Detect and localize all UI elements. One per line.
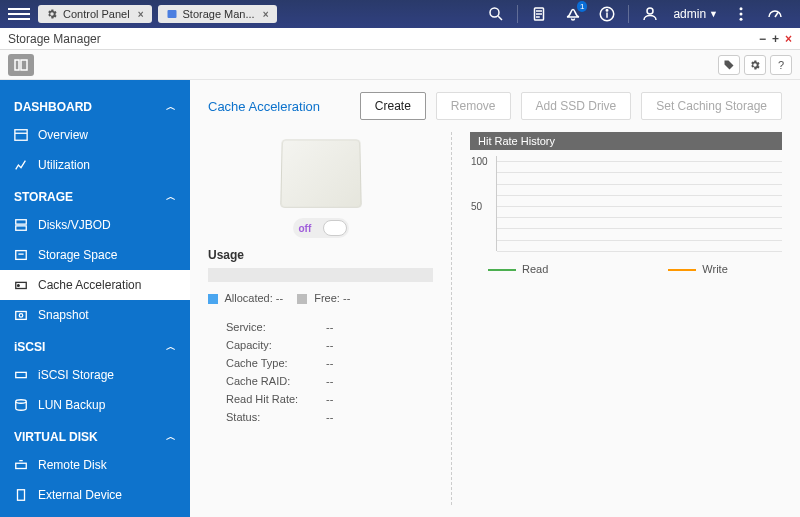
help-button[interactable]: ? — [770, 55, 792, 75]
usage-label: Usage — [208, 248, 433, 262]
window-minimize-button[interactable]: − — [759, 32, 766, 46]
sidebar-item-external-device[interactable]: External Device — [0, 480, 190, 510]
gridline — [497, 228, 782, 229]
tab-label: Control Panel — [63, 8, 130, 20]
svg-point-7 — [647, 8, 653, 14]
admin-dropdown[interactable]: admin ▼ — [673, 7, 718, 21]
svg-point-19 — [18, 285, 20, 287]
tool-bar: ? — [0, 50, 800, 80]
svg-line-2 — [499, 16, 503, 20]
sidebar-item-cache-acceleration[interactable]: Cache Acceleration — [0, 270, 190, 300]
sidebar-item-iscsi-storage[interactable]: iSCSI Storage — [0, 360, 190, 390]
notification-icon[interactable]: 1 — [562, 3, 584, 25]
sidebar-section-dashboard[interactable]: DASHBOARD ︿ — [0, 90, 190, 120]
field-cache-type: Cache Type:-- — [208, 354, 433, 372]
svg-point-10 — [740, 18, 743, 21]
svg-rect-22 — [16, 372, 27, 377]
svg-point-1 — [490, 8, 499, 17]
disk-icon — [166, 8, 178, 20]
more-icon[interactable] — [730, 3, 752, 25]
add-ssd-button: Add SSD Drive — [521, 92, 632, 120]
create-button[interactable]: Create — [360, 92, 426, 120]
sidebar: DASHBOARD ︿ Overview Utilization STORAGE… — [0, 80, 190, 517]
sidebar-item-utilization[interactable]: Utilization — [0, 150, 190, 180]
menu-hamburger-icon[interactable] — [8, 3, 30, 25]
info-icon[interactable] — [596, 3, 618, 25]
gridline — [497, 251, 782, 252]
gridline — [497, 172, 782, 173]
main-content: Cache Acceleration Create Remove Add SSD… — [190, 80, 800, 517]
svg-rect-24 — [16, 463, 27, 468]
field-cache-raid: Cache RAID:-- — [208, 372, 433, 390]
chart-title: Hit Rate History — [470, 132, 782, 150]
y-tick-label: 50 — [471, 200, 482, 211]
free-swatch — [297, 294, 307, 304]
svg-rect-20 — [16, 312, 27, 320]
svg-rect-0 — [167, 10, 176, 18]
gridline — [497, 161, 782, 162]
svg-point-6 — [607, 10, 609, 12]
user-icon[interactable] — [639, 3, 661, 25]
external-device-icon — [14, 488, 30, 502]
divider — [517, 5, 518, 23]
settings-button[interactable] — [744, 55, 766, 75]
window-close-button[interactable]: × — [785, 32, 792, 46]
sidebar-section-virtual-disk[interactable]: VIRTUAL DISK ︿ — [0, 420, 190, 450]
svg-point-21 — [19, 314, 23, 318]
remove-button: Remove — [436, 92, 511, 120]
dashboard-gauge-icon[interactable] — [764, 3, 786, 25]
cache-toggle[interactable]: off — [293, 218, 349, 238]
svg-line-11 — [775, 13, 778, 18]
chart-area: 100 50 — [496, 156, 782, 251]
backup-icon — [14, 398, 30, 412]
window-title: Storage Manager — [8, 32, 101, 46]
gridline — [497, 195, 782, 196]
svg-rect-14 — [15, 130, 27, 141]
cache-icon — [14, 278, 30, 292]
sidebar-section-iscsi[interactable]: iSCSI ︿ — [0, 330, 190, 360]
chevron-up-icon: ︿ — [166, 430, 176, 444]
svg-point-23 — [16, 400, 27, 404]
clipboard-icon[interactable] — [528, 3, 550, 25]
y-tick-label: 100 — [471, 155, 488, 166]
sidebar-item-overview[interactable]: Overview — [0, 120, 190, 150]
iscsi-icon — [14, 368, 30, 382]
tab-control-panel[interactable]: Control Panel × — [38, 5, 152, 23]
sidebar-item-remote-disk[interactable]: Remote Disk — [0, 450, 190, 480]
gridline — [497, 206, 782, 207]
svg-point-8 — [740, 7, 743, 10]
svg-rect-12 — [15, 60, 19, 70]
field-status: Status:-- — [208, 408, 433, 426]
field-read-hit-rate: Read Hit Rate:-- — [208, 390, 433, 408]
page-title: Cache Acceleration — [208, 99, 320, 114]
sidebar-item-storage-space[interactable]: Storage Space — [0, 240, 190, 270]
admin-label: admin — [673, 7, 706, 21]
gridline — [497, 217, 782, 218]
analytics-icon — [14, 158, 30, 172]
view-mode-button[interactable] — [8, 54, 34, 76]
read-series-line — [488, 269, 516, 271]
notification-badge: 1 — [577, 1, 587, 12]
toggle-state-label: off — [299, 223, 312, 234]
window-maximize-button[interactable]: + — [772, 32, 779, 46]
svg-rect-25 — [18, 490, 25, 501]
tag-button[interactable] — [718, 55, 740, 75]
close-icon[interactable]: × — [263, 9, 269, 20]
sidebar-item-snapshot[interactable]: Snapshot — [0, 300, 190, 330]
chevron-up-icon: ︿ — [166, 190, 176, 204]
chart-legend: Read Write — [470, 263, 782, 275]
sidebar-item-lun-backup[interactable]: LUN Backup — [0, 390, 190, 420]
svg-rect-16 — [16, 226, 27, 230]
sidebar-item-disks[interactable]: Disks/VJBOD — [0, 210, 190, 240]
tab-storage-manager[interactable]: Storage Man... × — [158, 5, 277, 23]
search-icon[interactable] — [485, 3, 507, 25]
svg-rect-15 — [16, 220, 27, 224]
chevron-down-icon: ▼ — [709, 9, 718, 19]
tab-label: Storage Man... — [183, 8, 255, 20]
close-icon[interactable]: × — [138, 9, 144, 20]
sidebar-section-storage[interactable]: STORAGE ︿ — [0, 180, 190, 210]
svg-rect-17 — [16, 251, 27, 260]
set-caching-storage-button: Set Caching Storage — [641, 92, 782, 120]
gridline — [497, 184, 782, 185]
gear-icon — [46, 8, 58, 20]
